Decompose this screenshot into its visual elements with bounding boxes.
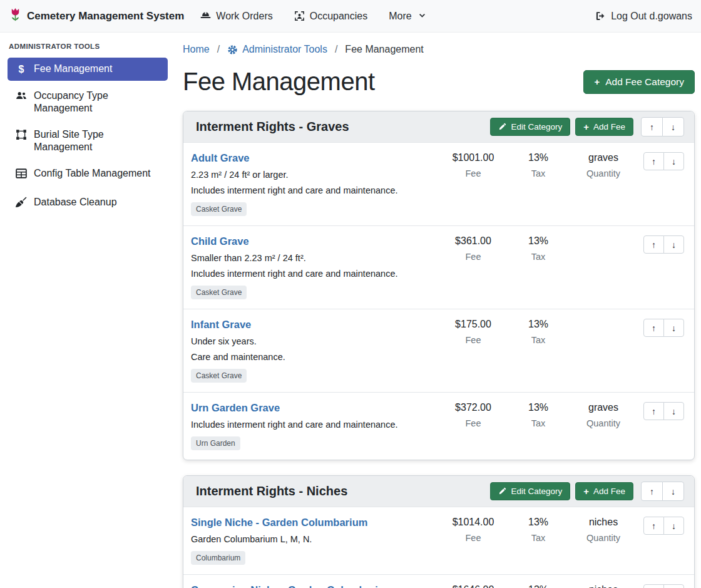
pencil-icon (498, 123, 506, 131)
logout-icon (595, 11, 606, 21)
add-fee-category-button[interactable]: + Add Fee Category (583, 70, 695, 94)
app-brand[interactable]: Cemetery Management System (9, 8, 184, 24)
arrow-down-icon: ↓ (671, 487, 675, 497)
move-fee-up-button[interactable]: ↑ (643, 584, 664, 588)
fee-row: Adult Grave 2.23 m² / 24 ft² or larger. … (183, 142, 694, 225)
sidebar: ADMINISTRATOR TOOLS $ Fee Management Occ… (0, 33, 175, 220)
nav-work-orders[interactable]: Work Orders (200, 11, 272, 22)
fee-amount: $175.00 (441, 319, 506, 331)
move-fee-down-button[interactable]: ↓ (663, 402, 684, 420)
tax-rate: 13% (506, 319, 571, 331)
move-fee-up-button[interactable]: ↑ (643, 517, 664, 535)
page-title: Fee Management (183, 68, 375, 96)
edit-category-button[interactable]: Edit Category (490, 482, 570, 500)
breadcrumb-admin-tools-link[interactable]: Administrator Tools (227, 44, 327, 55)
fee-description: Includes interment right and care and ma… (191, 269, 436, 279)
breadcrumb-current: Fee Management (345, 44, 423, 55)
fee-reorder-group: ↑ ↓ (643, 402, 684, 420)
fee-type-badge: Casket Grave (191, 369, 247, 383)
category-header: Interment Rights - Graves Edit Category … (183, 111, 694, 142)
category-reorder-group: ↑ ↓ (641, 117, 684, 137)
fee-name-link[interactable]: Infant Grave (191, 319, 251, 331)
move-fee-down-button[interactable]: ↓ (663, 152, 684, 170)
move-fee-up-button[interactable]: ↑ (643, 235, 664, 254)
tax-rate: 13% (506, 584, 571, 588)
nav-occupancies[interactable]: Occupancies (294, 11, 368, 22)
fee-amount: $361.00 (441, 235, 506, 247)
plus-icon: + (594, 77, 600, 86)
arrow-down-icon: ↓ (671, 122, 675, 132)
fee-description: Care and maintenance. (191, 352, 436, 362)
move-fee-up-button[interactable]: ↑ (643, 319, 664, 337)
move-fee-down-button[interactable]: ↓ (663, 319, 684, 337)
plus-icon: + (583, 487, 589, 496)
fee-row: Companion Niche - Garden Columbarium Gar… (183, 574, 694, 588)
arrow-up-icon: ↑ (652, 521, 656, 531)
fee-name-link[interactable]: Adult Grave (191, 152, 250, 164)
tax-rate: 13% (506, 517, 571, 529)
fee-amount: $372.00 (441, 402, 506, 414)
add-fee-button[interactable]: + Add Fee (575, 118, 633, 136)
sidebar-heading: ADMINISTRATOR TOOLS (9, 43, 166, 50)
fee-row: Urn Garden Grave Includes interment righ… (183, 392, 694, 460)
tax-label: Tax (506, 335, 571, 346)
fee-row: Child Grave Smaller than 2.23 m² / 24 ft… (183, 225, 694, 309)
quantity-label (571, 252, 636, 262)
quantity-unit (571, 235, 636, 247)
fee-amount: $1014.00 (441, 517, 506, 529)
move-category-up-button[interactable]: ↑ (641, 482, 663, 501)
arrow-down-icon: ↓ (672, 157, 676, 167)
app-title: Cemetery Management System (27, 10, 184, 23)
fee-description: Includes interment right and care and ma… (191, 420, 436, 430)
logout-link[interactable]: Log Out d.gowans (595, 11, 692, 22)
sidebar-item-database-cleanup[interactable]: Database Cleanup (8, 191, 168, 216)
fee-description: Smaller than 2.23 m² / 24 ft². (191, 253, 436, 263)
arrow-up-icon: ↑ (652, 157, 656, 167)
top-navbar: Cemetery Management System Work Orders O… (0, 0, 701, 33)
fee-amount: $1001.00 (441, 152, 506, 164)
fee-name-link[interactable]: Single Niche - Garden Columbarium (191, 517, 367, 529)
add-fee-button[interactable]: + Add Fee (575, 482, 633, 500)
chevron-down-icon (418, 12, 426, 20)
fee-amount-label: Fee (441, 168, 506, 179)
move-fee-down-button[interactable]: ↓ (663, 235, 684, 254)
fee-amount-label: Fee (441, 252, 506, 262)
quantity-label: Quantity (571, 418, 636, 429)
breadcrumb-separator: / (335, 44, 337, 55)
category-header: Interment Rights - Niches Edit Category … (183, 476, 694, 507)
fee-name-link[interactable]: Urn Garden Grave (191, 402, 280, 414)
fee-amount: $1646.00 (441, 584, 506, 588)
tax-rate: 13% (506, 402, 571, 414)
fee-reorder-group: ↑ ↓ (643, 235, 684, 254)
arrow-up-icon: ↑ (652, 240, 656, 250)
sidebar-item-config-table[interactable]: Config Table Management (8, 162, 168, 187)
broom-icon (15, 197, 28, 211)
fee-type-badge: Urn Garden (191, 436, 240, 450)
pencil-icon (498, 487, 506, 495)
nav-more[interactable]: More (389, 11, 426, 22)
arrow-up-icon: ↑ (652, 323, 656, 333)
fee-type-badge: Columbarium (191, 551, 245, 565)
move-fee-down-button[interactable]: ↓ (663, 517, 684, 535)
breadcrumb-home-link[interactable]: Home (183, 44, 210, 55)
arrow-down-icon: ↓ (672, 323, 676, 333)
move-category-up-button[interactable]: ↑ (641, 117, 663, 137)
sidebar-item-occupancy-type[interactable]: Occupancy Type Management (8, 85, 168, 120)
fee-name-link[interactable]: Companion Niche - Garden Columbarium (191, 584, 394, 588)
fee-description: Under six years. (191, 336, 436, 346)
fee-description: Garden Columbarium L, M, N. (191, 534, 436, 544)
fee-name-link[interactable]: Child Grave (191, 235, 249, 247)
flower-logo-icon (9, 8, 22, 24)
move-category-down-button[interactable]: ↓ (662, 482, 684, 501)
sidebar-item-fee-management[interactable]: $ Fee Management (8, 58, 168, 81)
move-fee-up-button[interactable]: ↑ (643, 152, 664, 170)
move-fee-up-button[interactable]: ↑ (643, 402, 664, 420)
gear-icon (227, 44, 238, 55)
sidebar-item-burial-site-type[interactable]: Burial Site Type Management (8, 123, 168, 158)
edit-category-button[interactable]: Edit Category (490, 118, 570, 136)
fee-reorder-group: ↑ ↓ (643, 517, 684, 535)
move-category-down-button[interactable]: ↓ (662, 117, 684, 137)
sidebar-item-label: Burial Site Type Management (34, 128, 160, 153)
hard-hat-icon (200, 11, 211, 21)
move-fee-down-button[interactable]: ↓ (663, 584, 684, 588)
